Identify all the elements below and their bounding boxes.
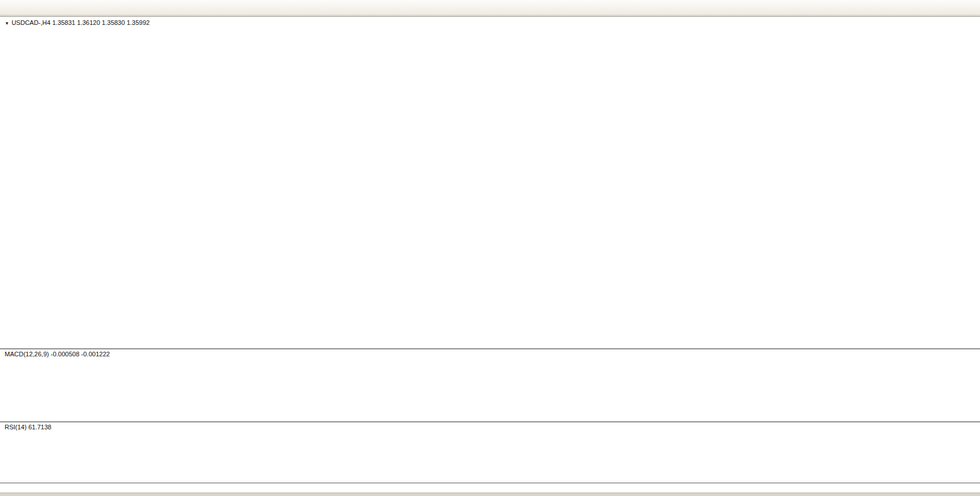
rsi-chart[interactable] [0, 422, 980, 483]
macd-panel[interactable] [0, 348, 980, 421]
time-axis-scale[interactable] [0, 483, 980, 493]
window-bottom-edge [0, 493, 980, 496]
time-axis[interactable] [0, 483, 980, 493]
candlestick-chart[interactable] [0, 17, 980, 349]
main-toolbar [0, 0, 980, 16]
chart-title: ▼USDCAD-,H4 1.35831 1.36120 1.35830 1.35… [5, 19, 149, 26]
macd-chart[interactable] [0, 349, 980, 421]
macd-indicator-label: MACD(12,26,9) -0.000508 -0.001222 [5, 351, 110, 358]
rsi-panel[interactable] [0, 421, 980, 483]
chart-title-text: USDCAD-,H4 1.35831 1.36120 1.35830 1.359… [12, 19, 150, 26]
rsi-indicator-label: RSI(14) 61.7138 [5, 424, 52, 431]
collapse-trade-panel-icon[interactable]: ▼ [5, 21, 9, 26]
price-chart-panel[interactable] [0, 16, 980, 348]
